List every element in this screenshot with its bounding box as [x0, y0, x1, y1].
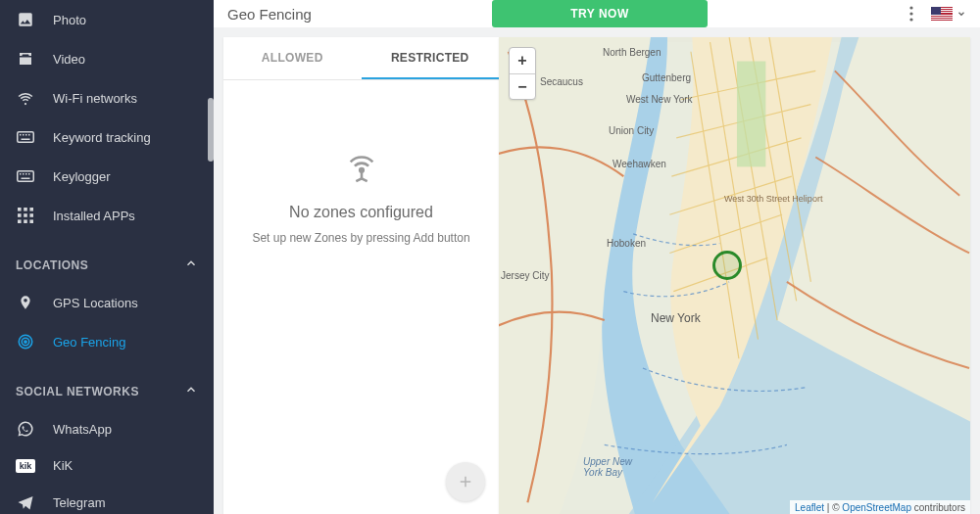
svg-point-25 [909, 12, 912, 15]
sidebar-item-video[interactable]: Video [0, 39, 214, 78]
empty-title: No zones configured [289, 204, 433, 221]
sidebar-item-label: KiK [53, 458, 73, 473]
svg-line-30 [362, 178, 368, 181]
keyboard-icon [16, 127, 35, 147]
main: Geo Fencing TRY NOW ALLOWED RESTRICTED [214, 0, 980, 514]
pin-icon [16, 293, 35, 312]
us-flag-icon [931, 7, 953, 21]
target-icon [16, 332, 35, 351]
svg-rect-11 [22, 178, 30, 180]
leaflet-link[interactable]: Leaflet [795, 502, 824, 513]
topbar: Geo Fencing TRY NOW [214, 0, 980, 27]
svg-rect-0 [18, 132, 34, 143]
photo-icon [16, 10, 35, 29]
map-attribution: Leaflet | © OpenStreetMap contributors [790, 500, 970, 514]
svg-rect-1 [20, 134, 22, 136]
tab-allowed[interactable]: ALLOWED [223, 37, 362, 79]
sidebar-item-keylogger[interactable]: Keylogger [0, 157, 214, 196]
map-label: Upper New York Bay [583, 456, 632, 478]
empty-state: No zones configured Set up new Zones by … [223, 80, 499, 514]
plus-icon [457, 473, 474, 491]
map[interactable]: North Bergen Guttenberg Secaucus West Ne… [499, 37, 970, 514]
svg-rect-17 [29, 213, 33, 217]
antenna-icon [345, 151, 378, 188]
map-label: Weehawken [612, 159, 666, 169]
add-zone-button[interactable] [446, 462, 485, 501]
tab-restricted[interactable]: RESTRICTED [362, 37, 500, 79]
chevron-up-icon [184, 257, 198, 273]
sidebar-item-photo[interactable]: Photo [0, 0, 214, 39]
svg-point-27 [360, 168, 364, 172]
svg-point-26 [909, 18, 912, 21]
chevron-down-icon [956, 9, 966, 19]
sidebar-item-telegram[interactable]: Telegram [0, 483, 214, 514]
svg-rect-6 [18, 171, 34, 182]
map-label: Jersey City [501, 270, 549, 281]
sidebar-item-label: Keylogger [53, 169, 111, 184]
svg-rect-18 [18, 219, 22, 223]
svg-rect-19 [24, 219, 27, 223]
svg-rect-20 [29, 219, 33, 223]
osm-link[interactable]: OpenStreetMap [842, 502, 911, 513]
map-label: West 30th Street Heliport [724, 194, 822, 204]
zoom-in-button[interactable]: + [510, 48, 535, 73]
sidebar-scrollbar[interactable] [208, 98, 214, 162]
kik-icon: kik [16, 459, 35, 473]
sidebar-item-wifi[interactable]: Wi-Fi networks [0, 78, 214, 117]
svg-rect-2 [23, 134, 24, 136]
svg-point-24 [909, 6, 912, 9]
svg-rect-4 [28, 134, 30, 136]
sidebar-item-label: Geo Fencing [53, 335, 125, 350]
try-now-button[interactable]: TRY NOW [492, 0, 708, 27]
sidebar-item-label: Photo [53, 13, 86, 27]
zoom-control: + − [509, 47, 536, 100]
svg-point-23 [24, 341, 26, 343]
map-label: North Bergen [603, 47, 661, 58]
svg-rect-15 [18, 213, 22, 217]
geo-fence-marker[interactable] [712, 251, 742, 280]
telegram-icon [16, 492, 35, 512]
sidebar-item-label: Wi-Fi networks [53, 91, 137, 106]
sidebar-item-geo-fencing[interactable]: Geo Fencing [0, 322, 214, 361]
map-label: Secaucus [540, 76, 583, 87]
svg-rect-45 [737, 62, 765, 167]
section-title: SOCIAL NETWORKS [16, 385, 139, 398]
sidebar-item-label: GPS Locations [53, 296, 138, 310]
wifi-icon [16, 88, 35, 108]
sidebar-item-kik[interactable]: kik KiK [0, 448, 214, 483]
svg-rect-13 [24, 208, 27, 211]
map-label: Hoboken [607, 238, 646, 249]
sidebar-item-installed-apps[interactable]: Installed APPs [0, 196, 214, 235]
map-label: Guttenberg [642, 72, 691, 83]
page-title: Geo Fencing [227, 6, 482, 23]
chevron-up-icon [184, 383, 198, 399]
svg-rect-7 [20, 173, 22, 175]
map-label: Union City [609, 125, 654, 136]
zoom-out-button[interactable]: − [510, 73, 535, 99]
svg-rect-12 [18, 208, 22, 211]
sidebar-item-whatsapp[interactable]: WhatsApp [0, 409, 214, 448]
svg-rect-5 [22, 139, 30, 141]
sidebar-item-gps-locations[interactable]: GPS Locations [0, 283, 214, 322]
svg-rect-14 [29, 208, 33, 211]
zones-panel: ALLOWED RESTRICTED No zones configured S… [223, 37, 499, 514]
whatsapp-icon [16, 419, 35, 439]
svg-line-29 [356, 178, 362, 181]
sidebar-item-keyword-tracking[interactable]: Keyword tracking [0, 117, 214, 157]
section-header-social-networks[interactable]: SOCIAL NETWORKS [0, 361, 214, 409]
sidebar-item-label: Installed APPs [53, 209, 135, 223]
svg-rect-9 [25, 173, 27, 175]
map-label: New York [651, 311, 701, 325]
sidebar: Photo Video Wi-Fi networks Keyword track… [0, 0, 214, 514]
svg-rect-10 [28, 173, 30, 175]
more-menu-icon[interactable] [902, 4, 921, 23]
svg-rect-16 [24, 213, 27, 217]
section-title: LOCATIONS [16, 258, 88, 272]
section-header-locations[interactable]: LOCATIONS [0, 235, 214, 283]
content: ALLOWED RESTRICTED No zones configured S… [214, 27, 980, 514]
empty-subtitle: Set up new Zones by pressing Add button [252, 231, 469, 245]
video-icon [16, 49, 35, 69]
svg-rect-3 [25, 134, 27, 136]
language-selector[interactable] [931, 4, 966, 23]
sidebar-item-label: Telegram [53, 495, 105, 510]
